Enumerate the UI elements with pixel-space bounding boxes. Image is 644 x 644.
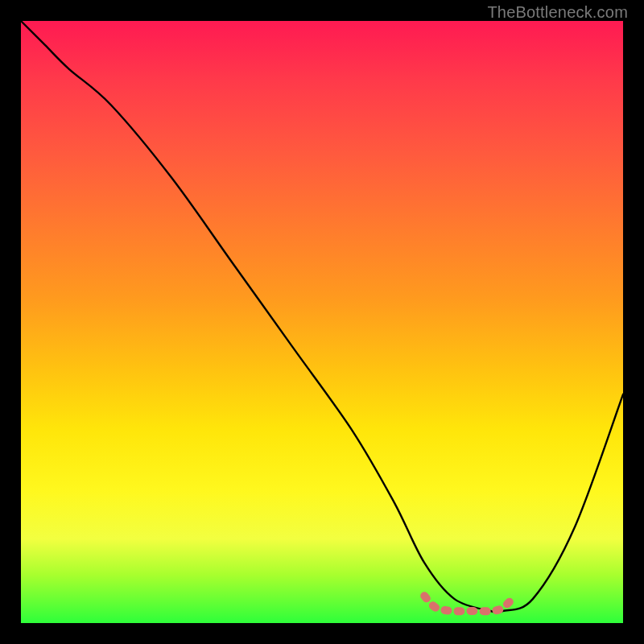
- bottleneck-curve: [21, 21, 623, 613]
- attribution-text: TheBottleneck.com: [487, 3, 628, 22]
- optimal-range: [424, 596, 514, 611]
- chart-frame: TheBottleneck.com: [0, 0, 644, 644]
- chart-svg: [21, 21, 623, 623]
- plot-area: [21, 21, 623, 623]
